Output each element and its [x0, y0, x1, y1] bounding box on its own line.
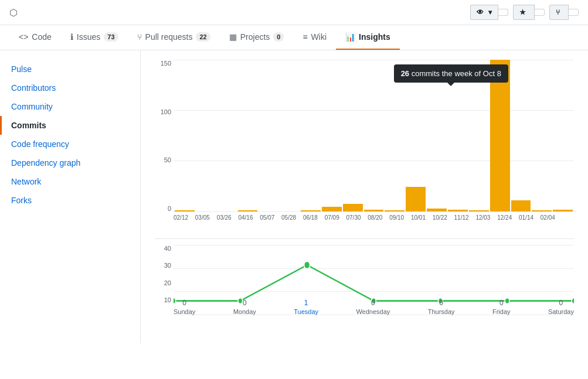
- day-item: 1Tuesday: [294, 299, 318, 315]
- fork-group: ⑂: [549, 5, 579, 20]
- star-count[interactable]: [535, 9, 545, 16]
- bar-item[interactable]: [532, 210, 552, 211]
- bar-item[interactable]: [322, 207, 342, 211]
- fork-button[interactable]: ⑂: [549, 5, 569, 20]
- x-axis-label: 01/14: [519, 214, 533, 221]
- day-label: Friday: [492, 308, 511, 315]
- x-axis-label: 09/10: [389, 214, 404, 221]
- x-axis-label: 05/28: [281, 214, 296, 221]
- sidebar-item-pulse[interactable]: Pulse: [0, 60, 140, 78]
- day-label: Saturday: [548, 308, 574, 315]
- tab-wiki-label: Wiki: [311, 32, 327, 42]
- watch-button[interactable]: 👁 ▾: [470, 5, 498, 20]
- sidebar: Pulse Contributors Community Commits Cod…: [0, 50, 141, 343]
- y2-label-30: 30: [164, 262, 171, 269]
- x-axis-label: 05/07: [260, 214, 274, 221]
- issues-icon: ℹ: [70, 32, 73, 42]
- day-label: Sunday: [174, 308, 195, 315]
- sidebar-item-network[interactable]: Network: [0, 172, 140, 191]
- pr-icon: ⑂: [137, 32, 142, 42]
- x-axis-label: 10/01: [411, 214, 426, 221]
- y-label-100: 100: [161, 108, 171, 115]
- tab-pull-requests[interactable]: ⑂ Pull requests 22: [128, 25, 220, 50]
- watch-group: 👁 ▾: [470, 5, 508, 20]
- bar-item[interactable]: [238, 210, 258, 211]
- fork-icon: ⑂: [556, 8, 560, 16]
- day-value: 0: [499, 299, 504, 307]
- main-container: Pulse Contributors Community Commits Cod…: [0, 50, 588, 343]
- day-item: 0Wednesday: [356, 299, 390, 315]
- day-value: 0: [559, 299, 563, 307]
- code-icon: <>: [19, 32, 28, 42]
- y-label-150: 150: [161, 60, 171, 67]
- tab-insights[interactable]: 📊 Insights: [336, 25, 400, 50]
- content-area: 150 100 50 0: [141, 50, 588, 343]
- x-axis-label: 02/04: [541, 214, 555, 221]
- star-button[interactable]: ★: [513, 5, 535, 20]
- tab-projects[interactable]: ▦ Projects 0: [220, 25, 294, 50]
- day-label: Monday: [233, 308, 256, 315]
- bar-item[interactable]: [448, 210, 468, 211]
- day-value: 0: [371, 299, 375, 307]
- day-value: 0: [243, 299, 247, 307]
- bar-item[interactable]: [490, 60, 510, 211]
- x-axis-label: 07/09: [325, 214, 339, 221]
- sidebar-item-forks[interactable]: Forks: [0, 191, 140, 210]
- sidebar-item-contributors[interactable]: Contributors: [0, 78, 140, 97]
- weekly-chart-section: 40 30 20 10 0Sunday: [155, 238, 574, 315]
- bar-item[interactable]: [364, 210, 384, 211]
- repo-title: ⬡: [9, 7, 25, 18]
- sidebar-item-community[interactable]: Community: [0, 97, 140, 116]
- issues-count: 73: [104, 32, 118, 42]
- day-item: 0Thursday: [428, 299, 455, 315]
- bar-item[interactable]: [301, 210, 321, 211]
- day-item: 0Friday: [492, 299, 511, 315]
- sidebar-item-code-frequency[interactable]: Code frequency: [0, 135, 140, 153]
- commits-chart-section: 150 100 50 0: [155, 60, 574, 221]
- watch-count[interactable]: [498, 9, 508, 16]
- day-label: Tuesday: [294, 308, 318, 315]
- tab-insights-label: Insights: [359, 32, 390, 42]
- fork-count[interactable]: [569, 9, 579, 16]
- star-icon: ★: [519, 8, 526, 16]
- x-axis-label: 08/20: [368, 214, 382, 221]
- day-value: 1: [304, 299, 308, 307]
- sidebar-item-commits[interactable]: Commits: [0, 116, 140, 135]
- star-group: ★: [513, 5, 545, 20]
- repo-icon: ⬡: [9, 7, 18, 18]
- svg-point-2: [304, 261, 310, 269]
- sidebar-item-dependency-graph[interactable]: Dependency graph: [0, 153, 140, 172]
- projects-icon: ▦: [229, 32, 237, 42]
- day-value: 0: [182, 299, 186, 307]
- bar-item[interactable]: [427, 209, 447, 211]
- tab-issues[interactable]: ℹ Issues 73: [61, 25, 128, 50]
- bar-item[interactable]: [406, 187, 426, 211]
- x-axis-label: 12/24: [497, 214, 512, 221]
- x-axis-label: 06/18: [303, 214, 318, 221]
- nav-tabs: <> Code ℹ Issues 73 ⑂ Pull requests 22 ▦…: [0, 25, 588, 50]
- bar-item[interactable]: [469, 210, 489, 211]
- x-axis-label: 10/22: [433, 214, 447, 221]
- bar-item[interactable]: [553, 210, 573, 211]
- bar-item[interactable]: [385, 210, 405, 211]
- day-label: Wednesday: [356, 308, 390, 315]
- tab-projects-label: Projects: [240, 32, 270, 42]
- eye-icon: 👁: [477, 8, 484, 16]
- header-actions: 👁 ▾ ★ ⑂: [470, 5, 579, 20]
- x-axis-label: 11/12: [454, 214, 469, 221]
- tab-code[interactable]: <> Code: [9, 25, 61, 50]
- y2-label-10: 10: [164, 296, 171, 303]
- x-axis-label: 03/26: [217, 214, 232, 221]
- bar-item[interactable]: [343, 204, 363, 211]
- wiki-icon: ≡: [303, 32, 307, 42]
- tab-wiki[interactable]: ≡ Wiki: [293, 25, 336, 50]
- bar-item[interactable]: [511, 200, 531, 211]
- top-bar: ⬡ 👁 ▾ ★ ⑂: [0, 0, 588, 25]
- day-item: 0Monday: [233, 299, 256, 315]
- x-axis-label: 03/05: [195, 214, 210, 221]
- x-axis-label: 12/03: [475, 214, 490, 221]
- bar-item[interactable]: [175, 210, 195, 211]
- projects-count: 0: [273, 32, 284, 42]
- day-item: 0Saturday: [548, 299, 574, 315]
- pr-count: 22: [196, 32, 210, 42]
